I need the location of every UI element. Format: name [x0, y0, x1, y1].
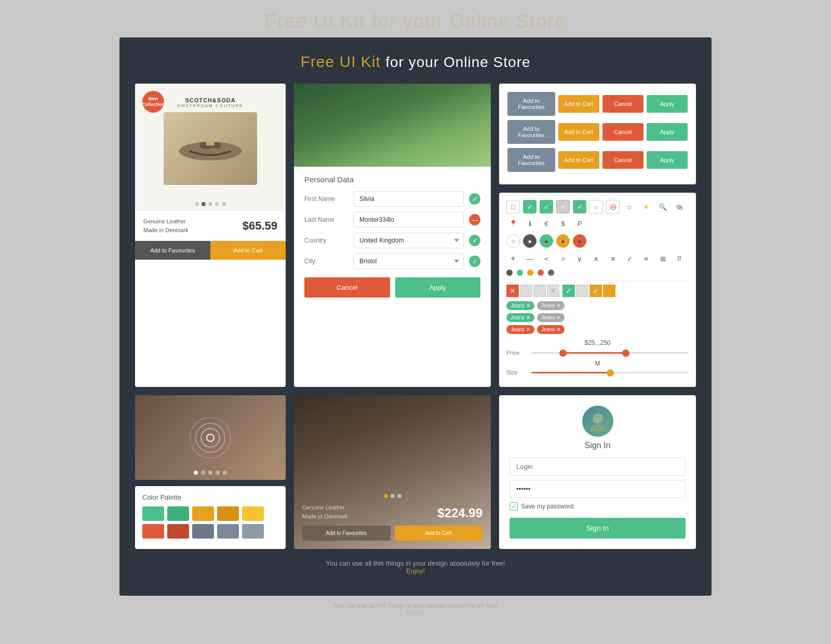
size-range-track[interactable] [531, 372, 689, 373]
tag-close-1[interactable]: ✕ [526, 303, 530, 308]
minus-icon[interactable]: — [523, 252, 537, 265]
grid-icon[interactable]: ⊞ [656, 252, 669, 265]
tag-jeans-5[interactable]: Jeans ✕ [506, 325, 534, 334]
chevron-down-icon[interactable]: ∨ [573, 252, 586, 265]
apply-btn-2[interactable]: Apply [647, 123, 688, 141]
color-dot-dark[interactable] [506, 270, 513, 276]
tag-close-6[interactable]: ✕ [556, 327, 560, 332]
add-to-cart-btn-1[interactable]: Add to Cart [558, 95, 599, 113]
bike-add-to-favourites-button[interactable]: Add to Favourites [302, 526, 391, 541]
carousel-dot-5[interactable] [223, 471, 227, 475]
state-gray-box-3[interactable] [576, 285, 588, 297]
swatch-slate-2[interactable] [217, 524, 239, 539]
euro-icon[interactable]: € [540, 217, 553, 230]
tag-close-4[interactable]: ✕ [556, 315, 560, 320]
search-icon[interactable]: 🔍 [656, 200, 669, 213]
color-dot-red[interactable] [538, 270, 544, 276]
minus-circle-icon[interactable]: ⊖ [606, 200, 620, 213]
save-password-checkbox[interactable]: ✓ [510, 502, 518, 511]
swatch-red-1[interactable] [142, 524, 164, 539]
swatch-gold-1[interactable] [192, 506, 214, 521]
size-range-thumb[interactable] [607, 369, 614, 377]
tag-jeans-6[interactable]: Jeans ✕ [537, 325, 565, 334]
bike-dot-2[interactable] [391, 494, 395, 498]
add-to-cart-button[interactable]: Add to Cart [210, 241, 286, 260]
price-range-track[interactable] [531, 352, 689, 354]
menu-icon[interactable]: ≡ [639, 252, 653, 265]
color-dot-teal[interactable] [517, 270, 523, 276]
swatch-slate-3[interactable] [242, 524, 264, 539]
apply-button[interactable]: Apply [395, 277, 481, 298]
swatch-gold-2[interactable] [217, 506, 239, 521]
swatch-slate-1[interactable] [192, 524, 214, 539]
bag-icon[interactable]: 🛍 [673, 200, 686, 213]
checkbox-gray-icon[interactable]: ✓ [556, 200, 570, 213]
state-gray-box[interactable] [520, 285, 532, 297]
dollar-icon[interactable]: $ [556, 217, 570, 230]
add-to-favourites-btn-1[interactable]: Add to Favourites [507, 92, 555, 116]
carousel-dot-3[interactable] [208, 471, 212, 475]
state-gold-box[interactable]: ✓ [589, 285, 602, 297]
add-to-favourites-btn-2[interactable]: Add to Favourites [507, 120, 555, 144]
swatch-red-2[interactable] [167, 524, 189, 539]
radio-teal-icon[interactable]: ● [540, 234, 553, 248]
password-input[interactable] [510, 480, 686, 498]
checkbox-checked2-icon[interactable]: ✓ [540, 200, 553, 213]
color-dot-gold[interactable] [527, 270, 533, 276]
city-select[interactable]: Bristol London Manchester [354, 253, 464, 269]
greater-than-icon[interactable]: > [556, 252, 570, 265]
dot-1[interactable] [195, 202, 199, 206]
chevron-up-icon[interactable]: ∧ [589, 252, 603, 265]
carousel-dot-2[interactable] [201, 471, 205, 475]
last-name-input[interactable] [354, 212, 464, 227]
star-filled-icon[interactable]: ★ [639, 200, 653, 213]
tag-jeans-3[interactable]: Jeans ✕ [506, 313, 534, 322]
state-gold-box-empty[interactable] [603, 285, 615, 297]
radio-empty-icon[interactable]: ○ [506, 234, 520, 248]
apps-icon[interactable]: ⠿ [673, 252, 686, 265]
tag-jeans-1[interactable]: Jeans ✕ [506, 301, 534, 310]
login-input[interactable] [510, 458, 686, 476]
state-teal-box[interactable]: ✓ [562, 285, 575, 297]
add-to-favourites-btn-3[interactable]: Add to Favourites [507, 148, 555, 172]
tag-jeans-2[interactable]: Jeans ✕ [537, 301, 565, 310]
tag-close-2[interactable]: ✕ [556, 303, 560, 308]
state-x-box[interactable]: ✕ [547, 285, 559, 297]
radio-filled-dark-icon[interactable]: ● [523, 234, 537, 248]
apply-btn-1[interactable]: Apply [647, 95, 688, 113]
cancel-button[interactable]: Cancel [304, 277, 390, 298]
sign-in-button[interactable]: Sign In [510, 518, 686, 539]
dot-5[interactable] [222, 202, 226, 206]
country-select[interactable]: United Kingdom United States France [354, 233, 464, 248]
checkbox-checked-teal-icon[interactable]: ✓ [523, 200, 537, 213]
dot-2[interactable] [202, 202, 206, 206]
tag-jeans-4[interactable]: Jeans ✕ [537, 313, 565, 322]
price-range-left-thumb[interactable] [559, 350, 567, 357]
radio-gold-icon[interactable]: ● [556, 234, 570, 248]
check-icon[interactable]: ✓ [623, 252, 636, 265]
bike-dot-3[interactable] [397, 494, 401, 498]
circle-icon[interactable]: ○ [589, 200, 603, 213]
cancel-btn-2[interactable]: Cancel [602, 123, 644, 141]
radio-red-icon[interactable]: ● [573, 234, 586, 248]
add-to-cart-btn-3[interactable]: Add to Cart [558, 151, 599, 169]
add-to-cart-btn-2[interactable]: Add to Cart [558, 123, 599, 141]
info-icon[interactable]: ℹ [523, 217, 537, 230]
plus-icon[interactable]: + [506, 252, 520, 265]
add-to-favourites-button[interactable]: Add to Favourites [135, 241, 210, 260]
state-red-box[interactable]: ✕ [506, 285, 519, 297]
tag-close-3[interactable]: ✕ [526, 315, 530, 320]
price-range-right-thumb[interactable] [622, 350, 629, 357]
state-gray-box-2[interactable] [533, 285, 546, 297]
carousel-dot-1[interactable] [194, 471, 198, 475]
parking-icon[interactable]: P [573, 217, 586, 230]
bike-dot-1[interactable] [384, 494, 388, 498]
apply-btn-3[interactable]: Apply [647, 151, 688, 169]
swatch-teal-1[interactable] [142, 506, 164, 521]
bike-add-to-cart-button[interactable]: Add to Cart [395, 526, 483, 541]
cancel-btn-3[interactable]: Cancel [602, 151, 644, 169]
first-name-input[interactable] [354, 191, 464, 207]
cross-icon[interactable]: ✕ [606, 252, 620, 265]
cancel-btn-1[interactable]: Cancel [602, 95, 644, 113]
star-outline-icon[interactable]: ☆ [623, 200, 636, 213]
